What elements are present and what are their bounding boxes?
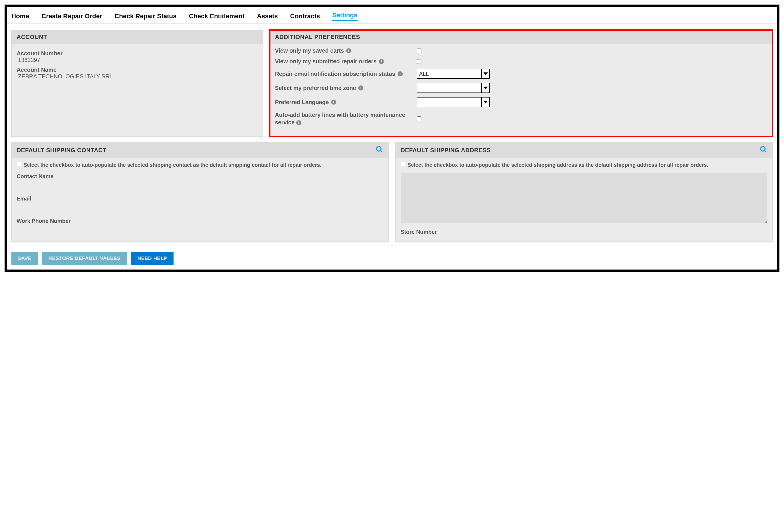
pref-submitted-orders-label: View only my submitted repair orders	[275, 58, 377, 65]
pref-saved-carts-label: View only my saved carts	[275, 48, 344, 54]
info-icon[interactable]: i	[379, 59, 384, 64]
pref-language-select[interactable]	[417, 97, 490, 107]
info-icon[interactable]: i	[398, 71, 403, 76]
shipping-address-textarea[interactable]	[401, 173, 767, 223]
select-value: ALL	[419, 70, 429, 77]
pref-submitted-orders-checkbox[interactable]	[417, 59, 421, 64]
top-nav: Home Create Repair Order Check Repair St…	[7, 7, 777, 24]
shipping-contact-panel: DEFAULT SHIPPING CONTACT Select the chec…	[11, 142, 389, 242]
pref-saved-carts-checkbox[interactable]	[417, 49, 421, 53]
nav-check-entitlement[interactable]: Check Entitlement	[189, 12, 245, 20]
nav-contracts[interactable]: Contracts	[290, 12, 320, 20]
search-icon[interactable]	[375, 146, 383, 155]
work-phone-label: Work Phone Number	[17, 218, 383, 224]
shipping-address-panel: DEFAULT SHIPPING ADDRESS Select the chec…	[395, 142, 773, 242]
additional-preferences-panel: ADDITIONAL PREFERENCES View only my save…	[270, 30, 773, 137]
search-icon[interactable]	[760, 146, 767, 155]
shipping-contact-default-desc: Select the checkbox to auto-populate the…	[24, 162, 321, 169]
email-label: Email	[17, 196, 383, 202]
info-icon[interactable]: i	[296, 120, 301, 125]
need-help-button[interactable]: NEED HELP	[131, 252, 173, 265]
shipping-contact-default-checkbox[interactable]	[17, 162, 21, 166]
info-icon[interactable]: i	[358, 85, 363, 90]
pref-auto-add-battery-checkbox[interactable]	[417, 116, 421, 121]
chevron-down-icon	[483, 72, 488, 75]
nav-check-repair-status[interactable]: Check Repair Status	[114, 12, 176, 20]
contact-name-label: Contact Name	[17, 173, 383, 180]
account-name-label: Account Name	[17, 66, 258, 73]
pref-timezone-select[interactable]	[417, 83, 490, 93]
pref-email-subscription-label: Repair email notification subscription s…	[275, 70, 395, 77]
svg-line-1	[381, 150, 383, 152]
account-name-value: ZEBRA TECHNOLOGIES ITALY SRL	[18, 73, 258, 80]
chevron-down-icon	[483, 87, 488, 89]
nav-home[interactable]: Home	[11, 12, 29, 20]
info-icon[interactable]: i	[331, 99, 336, 105]
nav-settings[interactable]: Settings	[332, 11, 357, 21]
pref-timezone-label: Select my preferred time zone	[275, 85, 356, 91]
account-number-label: Account Number	[17, 50, 258, 57]
restore-defaults-button[interactable]: RESTORE DEFAULT VALUES	[42, 252, 127, 265]
shipping-contact-header: DEFAULT SHIPPING CONTACT	[17, 147, 107, 154]
account-number-value: 1363297	[18, 57, 258, 63]
info-icon[interactable]: i	[346, 48, 351, 53]
nav-assets[interactable]: Assets	[257, 12, 278, 20]
account-header: ACCOUNT	[11, 30, 263, 44]
save-button[interactable]: SAVE	[11, 252, 38, 265]
chevron-down-icon	[483, 101, 488, 104]
svg-point-2	[760, 147, 765, 151]
shipping-address-header: DEFAULT SHIPPING ADDRESS	[401, 147, 491, 154]
svg-point-0	[376, 147, 381, 151]
pref-language-label: Preferred Language	[275, 99, 329, 106]
shipping-address-default-desc: Select the checkbox to auto-populate the…	[408, 162, 708, 169]
nav-create-repair-order[interactable]: Create Repair Order	[41, 12, 102, 20]
pref-auto-add-battery-label: Auto-add battery lines with battery main…	[275, 112, 405, 125]
svg-line-3	[764, 150, 766, 152]
prefs-header: ADDITIONAL PREFERENCES	[270, 30, 773, 44]
pref-email-subscription-select[interactable]: ALL	[417, 69, 490, 79]
store-number-label: Store Number	[401, 229, 767, 235]
shipping-address-default-checkbox[interactable]	[401, 162, 405, 166]
account-panel: ACCOUNT Account Number 1363297 Account N…	[11, 30, 263, 137]
